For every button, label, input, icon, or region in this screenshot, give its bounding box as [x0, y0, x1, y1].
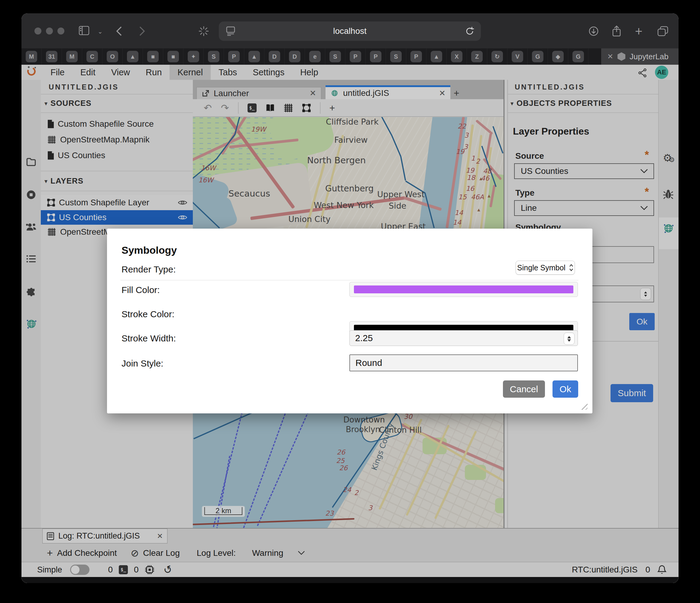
- join-style-label: Join Style:: [122, 358, 163, 369]
- join-style-select[interactable]: Round: [349, 355, 578, 371]
- dialog-title: Symbology: [122, 244, 177, 256]
- fill-color-field[interactable]: [349, 282, 578, 297]
- select-arrows-icon: [569, 264, 573, 271]
- favicon-7[interactable]: ■: [163, 48, 183, 65]
- favicon-14[interactable]: e: [305, 48, 325, 65]
- favicon-13[interactable]: D: [285, 48, 305, 65]
- symbology-dialog: Symbology Render Type: Single Symbol Fil…: [107, 228, 593, 413]
- favicon-25[interactable]: G: [528, 48, 548, 65]
- favicon-12[interactable]: D: [265, 48, 285, 65]
- tab-overview-icon[interactable]: [657, 26, 668, 36]
- zoom-window-button[interactable]: [57, 27, 65, 34]
- favicon-2[interactable]: M: [62, 48, 82, 65]
- jupyter-hexagon-icon: [618, 52, 625, 61]
- render-type-label: Render Type:: [122, 264, 176, 274]
- dialog-resize-handle[interactable]: [579, 401, 588, 410]
- stroke-width-field[interactable]: 2.25: [349, 330, 578, 346]
- favicon-4[interactable]: O: [102, 48, 123, 65]
- favicon-9[interactable]: S: [204, 48, 224, 65]
- favicon-0[interactable]: M: [22, 48, 42, 65]
- favicon-6[interactable]: ■: [143, 48, 163, 65]
- favicon-11[interactable]: ▲: [244, 48, 265, 65]
- stroke-width-label: Stroke Width:: [122, 333, 176, 343]
- favicon-18[interactable]: S: [386, 48, 406, 65]
- favicon-5[interactable]: ▲: [123, 48, 143, 65]
- favicon-8[interactable]: ✦: [183, 48, 204, 65]
- reader-view-icon[interactable]: [226, 26, 235, 36]
- address-bar[interactable]: localhost: [219, 22, 481, 41]
- chevron-down-icon[interactable]: ⌄: [98, 28, 103, 35]
- favicon-16[interactable]: P: [346, 48, 366, 65]
- favicon-20[interactable]: ▲: [426, 48, 447, 65]
- favicon-26[interactable]: ◆: [548, 48, 568, 65]
- browser-window: ⌄ localhost: [22, 13, 678, 583]
- favicon-3[interactable]: C: [82, 48, 102, 65]
- join-style-value: Round: [355, 358, 382, 368]
- favicon-10[interactable]: P: [224, 48, 244, 65]
- back-button[interactable]: [116, 26, 122, 36]
- new-tab-icon[interactable]: +: [635, 24, 643, 39]
- share-icon[interactable]: [611, 25, 622, 37]
- favicon-17[interactable]: P: [366, 48, 386, 65]
- browser-titlebar: ⌄ localhost: [22, 13, 678, 48]
- bookmarks-row: M31MCO▲■■✦SP▲DDeSPPSP▲XZ↻VG◆G: [22, 48, 678, 65]
- loading-spinner-icon: [199, 26, 209, 36]
- fill-color-label: Fill Color:: [122, 285, 160, 295]
- favicon-23[interactable]: ↻: [487, 48, 507, 65]
- close-tab-icon[interactable]: ✕: [607, 52, 613, 61]
- close-window-button[interactable]: [34, 27, 42, 34]
- reload-icon[interactable]: [465, 26, 474, 36]
- favicon-15[interactable]: S: [325, 48, 346, 65]
- stroke-width-spinner[interactable]: [564, 333, 575, 345]
- favicon-21[interactable]: X: [447, 48, 467, 65]
- favicon-24[interactable]: V: [507, 48, 528, 65]
- browser-tab-label: JupyterLab: [630, 52, 669, 62]
- active-browser-tab[interactable]: ✕ JupyterLab: [601, 48, 678, 65]
- url-text: localhost: [333, 26, 367, 36]
- stroke-width-value: 2.25: [355, 333, 373, 343]
- fill-color-swatch[interactable]: [354, 286, 573, 293]
- minimize-window-button[interactable]: [46, 27, 53, 34]
- favicon-1[interactable]: 31: [42, 48, 62, 65]
- favicon-22[interactable]: Z: [467, 48, 487, 65]
- stroke-color-label: Stroke Color:: [122, 309, 174, 319]
- cancel-button[interactable]: Cancel: [503, 381, 545, 398]
- sidebar-toggle-icon[interactable]: [79, 26, 89, 35]
- dialog-divider: [120, 280, 578, 280]
- favicon-19[interactable]: P: [406, 48, 426, 65]
- ok-button[interactable]: Ok: [552, 381, 578, 398]
- forward-button[interactable]: [139, 26, 145, 36]
- render-type-select[interactable]: Single Symbol: [516, 261, 575, 274]
- favicon-27[interactable]: G: [568, 48, 589, 65]
- downloads-icon[interactable]: [589, 26, 599, 36]
